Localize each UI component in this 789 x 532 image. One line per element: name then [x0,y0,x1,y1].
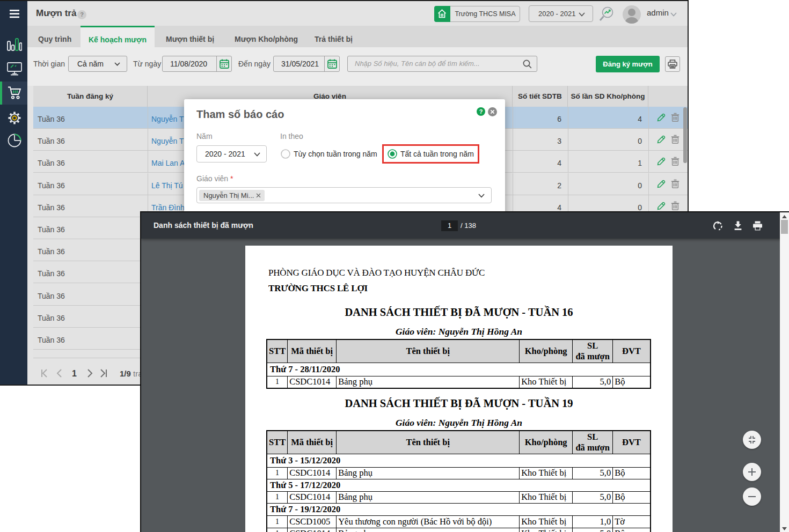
svg-text:1: 1 [72,369,77,378]
